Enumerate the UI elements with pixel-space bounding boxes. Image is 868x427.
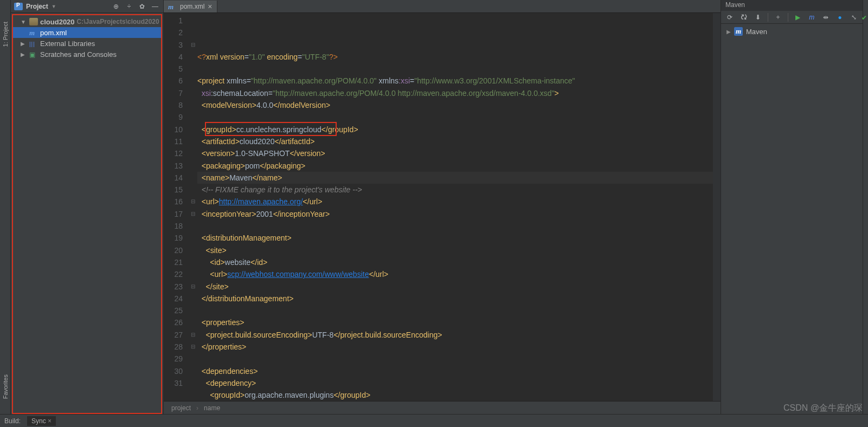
crumb-project[interactable]: project <box>171 404 191 412</box>
reload-icon[interactable]: ⟳ <box>725 12 734 22</box>
tab-pomxml[interactable]: pom.xml × <box>164 1 217 12</box>
tab-label: pom.xml <box>180 3 204 10</box>
chevron-right-icon[interactable]: ▶ <box>21 41 27 47</box>
project-tool-window: Project ▼ ⊕ ÷ ✿ — ▼ cloud2020 C:\JavaPro… <box>11 0 164 414</box>
maven-file-icon <box>168 3 177 10</box>
add-icon[interactable]: ＋ <box>774 12 782 22</box>
side-tab-project[interactable]: 1: Project <box>2 22 9 47</box>
editor-tabs: pom.xml × <box>164 0 721 13</box>
toggle-offline-icon[interactable]: ⇹ <box>821 12 830 22</box>
tree-item-label: External Libraries <box>40 40 95 48</box>
chevron-right-icon[interactable]: ▶ <box>21 51 27 57</box>
run-icon[interactable]: ▶ <box>793 12 802 22</box>
project-icon <box>14 3 23 10</box>
maven-file-icon <box>29 29 38 36</box>
tree-external-libs[interactable]: ▶ External Libraries <box>13 38 161 49</box>
project-tree[interactable]: ▼ cloud2020 C:\JavaProjects\cloud2020 po… <box>12 14 162 414</box>
crumb-name[interactable]: name <box>204 404 220 412</box>
chevron-down-icon[interactable]: ▼ <box>21 19 27 25</box>
editor-area: pom.xml × 123456789101112131415161718192… <box>164 0 721 414</box>
target-icon[interactable]: ⊕ <box>111 2 121 11</box>
left-gutter-bar: 1: Project Favorites <box>0 0 11 414</box>
settings-icon[interactable]: ✿ <box>137 2 147 11</box>
library-icon <box>29 40 38 47</box>
tree-root-name: cloud2020 <box>40 18 75 26</box>
maven-projects-tree[interactable]: ▶ Maven <box>721 24 863 414</box>
dropdown-icon[interactable]: ▼ <box>52 4 56 9</box>
fold-column[interactable]: ⊟⊟⊟⊟⊟⊟ <box>191 13 197 401</box>
maven-tool-window: Maven ⟳ 🗘 ⬇ ＋ ▶ m ⇹ ● ⤡ ▶ Maven <box>721 0 863 414</box>
tree-root-path: C:\JavaProjects\cloud2020 <box>77 18 159 25</box>
project-title[interactable]: Project <box>26 3 48 10</box>
editor-scrollbar-track[interactable]: ✔ <box>713 13 721 401</box>
maven-toolbar: ⟳ 🗘 ⬇ ＋ ▶ m ⇹ ● ⤡ <box>721 11 863 24</box>
editor-body[interactable]: 1234567891011121314151617181920212223242… <box>164 13 721 401</box>
status-sync-tab[interactable]: Sync × <box>27 416 56 426</box>
scratch-icon <box>29 50 38 58</box>
chevron-right-icon[interactable]: ▶ <box>726 29 731 35</box>
status-build-label[interactable]: Build: <box>4 417 21 425</box>
tree-scratches[interactable]: ▶ Scratches and Consoles <box>13 49 161 60</box>
generate-sources-icon[interactable]: 🗘 <box>740 12 748 22</box>
collapse-all-icon[interactable]: ⤡ <box>850 12 858 22</box>
tree-item-label: Scratches and Consoles <box>40 50 117 59</box>
folder-icon <box>29 18 38 25</box>
line-gutter: 1234567891011121314151617181920212223242… <box>164 13 191 401</box>
tree-file-pomxml[interactable]: pom.xml <box>13 27 161 38</box>
crumb-sep-icon: › <box>196 404 198 412</box>
code-view[interactable]: <?xml version="1.0" encoding="UTF-8"?> <… <box>197 13 713 401</box>
close-icon[interactable]: × <box>48 417 52 425</box>
status-bar: Build: Sync × <box>0 414 868 427</box>
tree-root[interactable]: ▼ cloud2020 C:\JavaProjects\cloud2020 <box>13 16 161 27</box>
breadcrumb-bar[interactable]: project › name <box>164 401 721 414</box>
tree-file-label: pom.xml <box>40 29 67 37</box>
project-header: Project ▼ ⊕ ÷ ✿ — <box>11 0 163 13</box>
maven-root-label: Maven <box>746 28 767 36</box>
collapse-icon[interactable]: ÷ <box>124 2 134 11</box>
execute-goal-icon[interactable]: m <box>807 12 816 22</box>
maven-module-icon <box>734 27 743 36</box>
download-icon[interactable]: ⬇ <box>754 12 762 22</box>
maven-title[interactable]: Maven <box>721 0 863 11</box>
right-gutter-bar <box>863 0 868 414</box>
side-tab-favorites[interactable]: Favorites <box>2 374 9 399</box>
maven-root-node[interactable]: ▶ Maven <box>723 26 860 37</box>
toggle-skip-tests-icon[interactable]: ● <box>835 12 844 22</box>
hide-icon[interactable]: — <box>150 2 160 11</box>
close-icon[interactable]: × <box>208 2 212 11</box>
